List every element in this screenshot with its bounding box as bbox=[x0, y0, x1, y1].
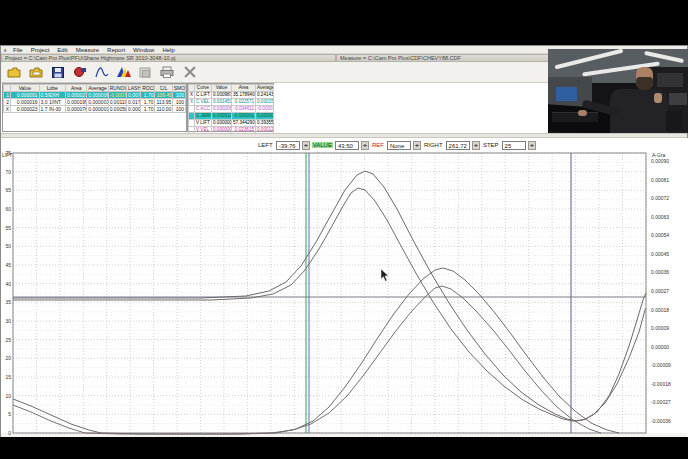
cell: 0.000011 bbox=[212, 113, 232, 120]
cell: 0.000016 bbox=[11, 99, 39, 106]
cell: 2 bbox=[4, 99, 11, 106]
overlay-icon[interactable] bbox=[137, 65, 154, 80]
right-tick: -0.00018 bbox=[651, 382, 687, 387]
column-header[interactable]: SMOOTH bbox=[172, 85, 185, 92]
menu-item-report[interactable]: Report bbox=[103, 47, 129, 53]
column-header[interactable]: Value bbox=[11, 85, 39, 92]
menu-item-measure[interactable]: Measure bbox=[72, 47, 103, 53]
cell: 0.0075 bbox=[126, 92, 140, 99]
cell: 0.000206 bbox=[212, 106, 232, 113]
curve-table-row[interactable]: C ACC0.000206-0.004611-0.000032 bbox=[189, 106, 274, 113]
cam-pro-plus-window: ∧ FileProjectEditMeasureReportWindowHelp… bbox=[0, 45, 688, 437]
column-header[interactable]: ROCKER bbox=[141, 85, 155, 92]
column-header[interactable]: Lobe bbox=[39, 85, 65, 92]
right-tick: -0.00009 bbox=[651, 363, 687, 368]
open-measure-folder-icon[interactable] bbox=[27, 65, 44, 80]
menu-item-project[interactable]: Project bbox=[27, 47, 54, 53]
left-tick: 35 bbox=[1, 300, 11, 305]
cell: 1.7 IN-30 bbox=[39, 106, 65, 113]
curve-table-row[interactable]: XC LIFT0.00098735.1789400.241431 bbox=[189, 92, 274, 99]
left-tick: 70 bbox=[1, 170, 11, 175]
lobe-table-row[interactable]: 10.0000010.5/EXH0.0000270.000006-0.00075… bbox=[4, 92, 186, 99]
ref-field[interactable]: None bbox=[387, 141, 411, 150]
left-field[interactable]: -39.76 bbox=[276, 141, 300, 150]
cell: 0.000023 bbox=[11, 106, 39, 113]
left-tick: 50 bbox=[1, 244, 11, 249]
left-tick: 5 bbox=[1, 412, 11, 417]
lobe-table-row[interactable]: X0.0000231.7 IN-300.0000760.0000010.0005… bbox=[4, 106, 186, 113]
left-tick: 45 bbox=[1, 263, 11, 268]
project-window-titlebar[interactable]: Project = C:\Cam Pro Plus\PFU\Shane High… bbox=[1, 54, 336, 62]
cell: -0.000032 bbox=[256, 106, 274, 113]
cell: 0.000987 bbox=[212, 92, 232, 99]
lift-acceleration-chart[interactable] bbox=[1, 138, 688, 438]
curve-table-row[interactable]: C JERK0.000011-0.0000010.000002 bbox=[189, 113, 274, 120]
system-menu-icon[interactable]: ∧ bbox=[1, 47, 9, 53]
cell: 100 bbox=[172, 106, 185, 113]
cell: 0.022571 bbox=[232, 99, 256, 106]
cell: 1.70 bbox=[141, 106, 155, 113]
cell: 0.00050 bbox=[108, 106, 126, 113]
step-field[interactable]: 25 bbox=[502, 141, 526, 150]
print-icon[interactable] bbox=[159, 65, 176, 80]
left-tick: 65 bbox=[1, 188, 11, 193]
right-field[interactable]: 261.72 bbox=[446, 141, 470, 150]
cell: 0.000006 bbox=[87, 92, 108, 99]
webcam-overlay bbox=[548, 49, 688, 133]
curve-table-row[interactable]: V LIFT0.00000057.3442900.393551 bbox=[189, 120, 274, 127]
value-spinner[interactable] bbox=[361, 141, 369, 150]
menu-item-window[interactable]: Window bbox=[129, 47, 158, 53]
left-tick: 0 bbox=[1, 431, 11, 436]
column-header[interactable]: RUNOUT bbox=[108, 85, 126, 92]
column-header[interactable] bbox=[4, 85, 11, 92]
right-spinner[interactable] bbox=[472, 141, 480, 150]
cell: 0.000001 bbox=[87, 106, 108, 113]
curve-table-row[interactable]: XC VEL0.0014530.0225710.000157 bbox=[189, 99, 274, 106]
column-header[interactable]: LASH bbox=[126, 85, 140, 92]
column-header[interactable]: Area bbox=[66, 85, 87, 92]
column-header[interactable]: C/L bbox=[155, 85, 172, 92]
right-tick: 0.00009 bbox=[651, 326, 687, 331]
cell: 35.178940 bbox=[232, 92, 256, 99]
ref-spinner[interactable] bbox=[413, 141, 421, 150]
menu-item-help[interactable]: Help bbox=[158, 47, 178, 53]
chart-controls: LEFT -39.76 VALUE 43.50 REF None RIGHT 2… bbox=[1, 138, 688, 152]
right-tick: 0.00000 bbox=[651, 345, 687, 350]
cell: 1.70 bbox=[141, 99, 155, 106]
person-gesturing-hand bbox=[654, 93, 662, 103]
lobe-table-row[interactable]: 20.0000163.0 1/INT0.0001950.0000010.0011… bbox=[4, 99, 186, 106]
right-tick: -0.00027 bbox=[651, 400, 687, 405]
column-header[interactable]: Average bbox=[256, 85, 274, 92]
column-header[interactable]: Curve bbox=[195, 85, 212, 92]
column-header[interactable]: Value bbox=[212, 85, 232, 92]
save-icon[interactable] bbox=[49, 65, 66, 80]
curve-icon[interactable] bbox=[93, 65, 110, 80]
left-label: LEFT bbox=[257, 142, 274, 148]
menu-item-file[interactable]: File bbox=[9, 47, 27, 53]
delete-icon[interactable] bbox=[181, 65, 198, 80]
cell: 0.000157 bbox=[256, 99, 274, 106]
cell: 0.000000 bbox=[212, 120, 232, 127]
measure-icon[interactable] bbox=[71, 65, 88, 80]
cell: C VEL bbox=[195, 99, 212, 106]
menu-item-edit[interactable]: Edit bbox=[53, 47, 71, 53]
chair-armrest bbox=[666, 111, 682, 131]
open-project-folder-icon[interactable] bbox=[5, 65, 22, 80]
cell: 3.0 1/INT bbox=[39, 99, 65, 106]
step-spinner[interactable] bbox=[528, 141, 536, 150]
cell: 0.0170 bbox=[126, 99, 140, 106]
left-tick: 40 bbox=[1, 282, 11, 287]
right-tick: 0.00081 bbox=[651, 178, 687, 183]
cell: 0.000001 bbox=[11, 92, 39, 99]
column-header[interactable]: Average bbox=[87, 85, 108, 92]
report-icon[interactable] bbox=[115, 65, 132, 80]
left-spinner[interactable] bbox=[302, 141, 310, 150]
value-field[interactable]: 43.50 bbox=[335, 141, 359, 150]
blue-bin bbox=[556, 87, 577, 101]
column-header[interactable]: Area bbox=[232, 85, 256, 92]
left-tick: 15 bbox=[1, 375, 11, 380]
cell: -0.000001 bbox=[232, 113, 256, 120]
shelf-box bbox=[657, 73, 683, 87]
left-tick: 25 bbox=[1, 338, 11, 343]
chart-area: LEFT -39.76 VALUE 43.50 REF None RIGHT 2… bbox=[1, 138, 688, 438]
